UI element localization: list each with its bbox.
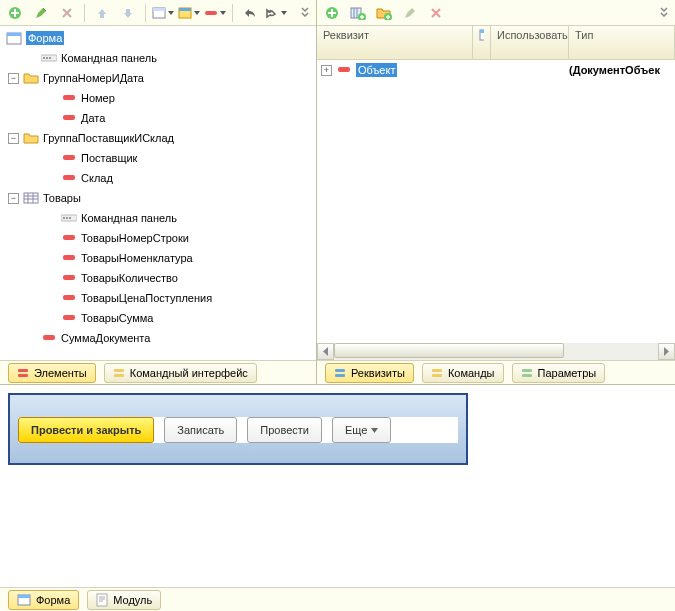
tree-item[interactable]: ТоварыКоличество [0, 268, 316, 288]
grid-body[interactable]: + Объект (ДокументОбъек [317, 60, 675, 343]
expand-icon [46, 153, 57, 164]
delete-icon[interactable] [56, 2, 78, 24]
tab-command-interface[interactable]: Командный интерфейс [104, 363, 257, 383]
svg-rect-30 [114, 374, 124, 377]
expand-icon [26, 53, 37, 64]
scroll-right-icon[interactable] [658, 343, 675, 360]
post-button[interactable]: Провести [247, 417, 322, 443]
toolbar-overflow-icon[interactable] [657, 2, 671, 22]
svg-rect-19 [66, 217, 68, 219]
bar-icon [61, 291, 77, 305]
edit-icon[interactable] [30, 2, 52, 24]
col-type[interactable]: Тип [569, 26, 675, 59]
redo-dropdown-icon[interactable] [265, 2, 287, 24]
chevron-down-icon [371, 428, 378, 433]
form-icon [6, 31, 22, 45]
tree-item[interactable]: Командная панель [0, 208, 316, 228]
tab-attributes[interactable]: Реквизиты [325, 363, 414, 383]
tree-item-label: ТоварыЦенаПоступления [81, 292, 212, 304]
tree-item-label: Номер [81, 92, 115, 104]
svg-rect-24 [63, 295, 75, 300]
bar-icon [61, 171, 77, 185]
tab-commands[interactable]: Команды [422, 363, 504, 383]
elements-icon [17, 367, 29, 379]
folder-icon [23, 131, 39, 145]
toolbar-overflow-icon[interactable] [298, 2, 312, 22]
move-up-icon[interactable] [91, 2, 113, 24]
add-folder-icon[interactable] [373, 2, 395, 24]
tree-item[interactable]: ТоварыНоменклатура [0, 248, 316, 268]
root-tab-form[interactable]: Форма [8, 590, 79, 610]
col-use[interactable]: Использовать [491, 26, 569, 59]
add-icon[interactable] [4, 2, 26, 24]
tree-item[interactable]: Командная панель [0, 48, 316, 68]
horizontal-scrollbar[interactable] [317, 343, 675, 360]
edit-attr-icon[interactable] [399, 2, 421, 24]
post-and-close-button[interactable]: Провести и закрыть [18, 417, 154, 443]
bar-icon [61, 151, 77, 165]
svg-rect-29 [114, 369, 124, 372]
tree-item[interactable]: ТоварыЦенаПоступления [0, 288, 316, 308]
tree-item[interactable]: ТоварыНомерСтроки [0, 228, 316, 248]
col-attribute[interactable]: Реквизит [317, 26, 473, 59]
tree-item-label: Командная панель [61, 52, 157, 64]
layout-dropdown-icon[interactable] [178, 2, 200, 24]
write-button[interactable]: Записать [164, 417, 237, 443]
expand-icon[interactable]: + [321, 65, 332, 76]
scroll-left-icon[interactable] [317, 343, 334, 360]
tree-item[interactable]: Поставщик [0, 148, 316, 168]
svg-rect-27 [18, 369, 28, 372]
tree-item[interactable]: Склад [0, 168, 316, 188]
cmdpanel-icon [61, 211, 77, 225]
col-icon[interactable] [473, 26, 491, 59]
tree-item[interactable]: Дата [0, 108, 316, 128]
root-tab-module[interactable]: Модуль [87, 590, 161, 610]
table-icon [23, 191, 39, 205]
tree-item[interactable]: −ГруппаПоставщикИСклад [0, 128, 316, 148]
tab-elements[interactable]: Элементы [8, 363, 96, 383]
svg-rect-37 [338, 67, 350, 72]
svg-rect-20 [69, 217, 71, 219]
tree-item[interactable]: −Товары [0, 188, 316, 208]
tree-item[interactable]: ТоварыСумма [0, 308, 316, 328]
tree-root[interactable]: Форма [0, 28, 316, 48]
tree-item-label: СуммаДокумента [61, 332, 150, 344]
svg-rect-4 [179, 8, 191, 11]
move-down-icon[interactable] [117, 2, 139, 24]
expand-icon[interactable]: − [8, 73, 19, 84]
delete-attr-icon[interactable] [425, 2, 447, 24]
tree-item-label: Склад [81, 172, 113, 184]
root-tabs: Форма Модуль [0, 587, 675, 611]
undo-icon[interactable] [239, 2, 261, 24]
attr-icon [336, 63, 352, 77]
expand-icon [46, 213, 57, 224]
grid-row[interactable]: + Объект (ДокументОбъек [317, 60, 675, 80]
svg-rect-22 [63, 255, 75, 260]
more-button[interactable]: Еще [332, 417, 391, 443]
left-bottom-tabs: Элементы Командный интерфейс [0, 360, 316, 384]
svg-rect-14 [63, 155, 75, 160]
tree-item-label: ГруппаНомерИДата [43, 72, 144, 84]
expand-icon [46, 313, 57, 324]
expand-icon[interactable]: − [8, 193, 19, 204]
field-dropdown-icon[interactable] [204, 2, 226, 24]
tree-item[interactable]: СуммаДокумента [0, 328, 316, 348]
bar-icon [41, 331, 57, 345]
bar-icon [61, 91, 77, 105]
tab-parameters[interactable]: Параметры [512, 363, 606, 383]
expand-icon [46, 293, 57, 304]
form-icon [17, 594, 31, 606]
add-column-icon[interactable] [347, 2, 369, 24]
elements-tree[interactable]: Форма Командная панель−ГруппаНомерИДатаН… [0, 26, 316, 360]
svg-rect-45 [18, 595, 30, 598]
svg-rect-13 [63, 115, 75, 120]
svg-rect-38 [335, 369, 345, 372]
tree-item[interactable]: −ГруппаНомерИДата [0, 68, 316, 88]
tree-item[interactable]: Номер [0, 88, 316, 108]
table-dropdown-icon[interactable] [152, 2, 174, 24]
command-interface-icon [113, 367, 125, 379]
svg-rect-11 [49, 57, 51, 59]
add-attr-icon[interactable] [321, 2, 343, 24]
expand-icon[interactable]: − [8, 133, 19, 144]
svg-rect-7 [7, 33, 21, 36]
